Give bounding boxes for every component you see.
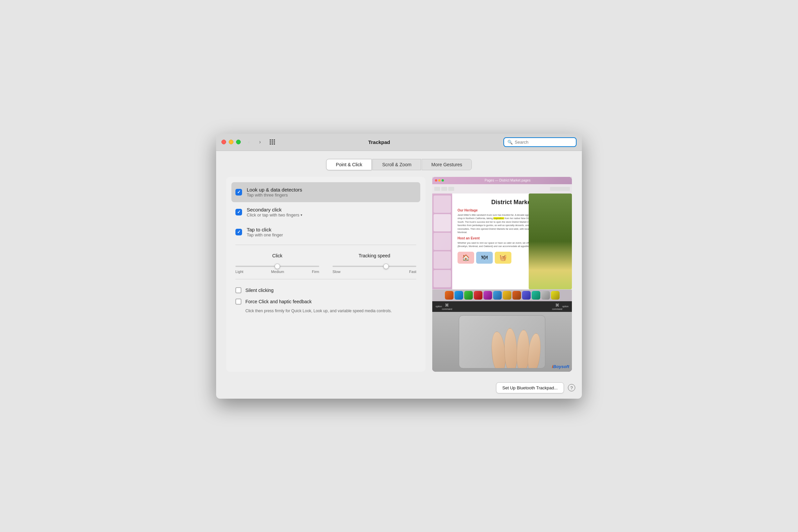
option-tap-click-title: Tap to click xyxy=(247,227,283,232)
demo-thumb-3 xyxy=(434,233,451,250)
iboysoft-text: Boysoft xyxy=(553,364,569,369)
dock-icon-1 xyxy=(445,291,454,300)
bottom-options: Silent clicking Force Click and haptic f… xyxy=(231,282,420,319)
demo-highlight: inspiration xyxy=(493,217,504,220)
demo-sidebar xyxy=(432,193,452,289)
right-panel: Pages — District Market.pages xyxy=(432,177,572,372)
search-input[interactable] xyxy=(515,140,573,145)
demo-minimize xyxy=(438,179,440,182)
demo-image: Pages — District Market.pages xyxy=(432,177,572,372)
demo-thumb-1 xyxy=(434,195,451,213)
option-lookup-text: Look up & data detectors Tap with three … xyxy=(247,187,302,197)
finger-2 xyxy=(504,328,518,368)
demo-close xyxy=(435,179,437,182)
dock-icon-2 xyxy=(455,291,463,300)
traffic-lights xyxy=(222,140,241,144)
demo-maximize xyxy=(441,179,444,182)
option-lookup-subtitle: Tap with three fingers xyxy=(247,192,302,197)
demo-traffic-lights xyxy=(435,179,444,182)
checkbox-force-click[interactable] xyxy=(235,299,241,305)
demo-keyboard: option ⌘ command ⌘ command option xyxy=(432,301,572,312)
tab-scroll-zoom[interactable]: Scroll & Zoom xyxy=(373,159,421,170)
option-secondary-click-text: Secondary click Click or tap with two fi… xyxy=(247,207,302,217)
checkbox-silent-clicking[interactable] xyxy=(235,287,241,293)
dock-icon-9 xyxy=(522,291,531,300)
key-command-right: ⌘ command xyxy=(552,303,562,310)
divider-1 xyxy=(235,245,416,245)
bluetooth-trackpad-button[interactable]: Set Up Bluetooth Trackpad... xyxy=(496,382,564,393)
dock-icon-4 xyxy=(474,291,482,300)
search-box[interactable]: 🔍 xyxy=(504,137,576,147)
demo-app-name: Pages — District Market.pages xyxy=(446,178,569,182)
back-button[interactable]: ‹ xyxy=(246,138,252,146)
option-tap-click[interactable]: ✓ Tap to click Tap with one finger xyxy=(231,222,420,242)
tracking-slider-group: Tracking speed Slow Fast xyxy=(332,253,416,274)
checkmark-secondary-click: ✓ xyxy=(237,210,241,214)
apps-grid-icon[interactable] xyxy=(270,139,275,145)
forward-button[interactable]: › xyxy=(257,138,263,146)
tracking-label-slow: Slow xyxy=(332,270,341,274)
sliders-row: Click Light Medium Firm Tracking speed xyxy=(235,253,416,274)
key-option-right: option xyxy=(562,305,569,307)
close-button[interactable] xyxy=(222,140,226,144)
option-tap-click-subtitle: Tap with one finger xyxy=(247,232,283,238)
click-label-firm: Firm xyxy=(312,270,319,274)
demo-menubar: Pages — District Market.pages xyxy=(432,177,572,184)
demo-card-house: 🏠 xyxy=(457,252,474,264)
force-click-description: Click then press firmly for Quick Look, … xyxy=(245,308,416,314)
finger-4 xyxy=(526,332,542,368)
tracking-slider-title: Tracking speed xyxy=(332,253,416,258)
click-slider-title: Click xyxy=(235,253,319,258)
tab-point-click[interactable]: Point & Click xyxy=(326,159,372,170)
dropdown-arrow-icon[interactable]: ▾ xyxy=(301,213,302,217)
sliders-section: Click Light Medium Firm Tracking speed xyxy=(231,248,420,276)
bottom-bar: Set Up Bluetooth Trackpad... ? xyxy=(216,378,582,399)
checkbox-lookup[interactable]: ✓ xyxy=(235,189,242,195)
silent-clicking-label: Silent clicking xyxy=(245,288,274,293)
demo-trackpad xyxy=(459,315,545,368)
tab-bar: Point & Click Scroll & Zoom More Gesture… xyxy=(226,159,572,170)
option-lookup[interactable]: ✓ Look up & data detectors Tap with thre… xyxy=(231,182,420,202)
option-secondary-click-title: Secondary click xyxy=(247,207,302,212)
demo-dock xyxy=(432,289,572,301)
main-content: ✓ Look up & data detectors Tap with thre… xyxy=(226,177,572,372)
dock-icon-11 xyxy=(541,291,550,300)
demo-toolbar xyxy=(432,184,572,193)
dock-icon-12 xyxy=(551,291,559,300)
dock-icon-6 xyxy=(493,291,502,300)
demo-thumb-5 xyxy=(434,270,451,287)
checkmark-lookup: ✓ xyxy=(237,190,241,194)
tab-more-gestures[interactable]: More Gestures xyxy=(422,159,472,170)
checkbox-tap-click[interactable]: ✓ xyxy=(235,229,242,235)
force-click-row[interactable]: Force Click and haptic feedback xyxy=(235,296,416,307)
left-panel: ✓ Look up & data detectors Tap with thre… xyxy=(226,177,425,372)
iboysoft-badge: iBoysoft xyxy=(552,364,569,369)
divider-2 xyxy=(235,279,416,279)
click-slider-group: Click Light Medium Firm xyxy=(235,253,319,274)
minimize-button[interactable] xyxy=(229,140,233,144)
demo-thumb-2 xyxy=(434,214,451,231)
hand-fingers xyxy=(485,315,538,368)
help-button[interactable]: ? xyxy=(568,384,575,391)
demo-trackpad-area xyxy=(432,312,572,372)
dock-icon-8 xyxy=(512,291,521,300)
demo-main-doc: District Market Our Heritage Janet Mille… xyxy=(452,193,572,289)
click-label-light: Light xyxy=(235,270,243,274)
demo-content-area: District Market Our Heritage Janet Mille… xyxy=(432,193,572,289)
maximize-button[interactable] xyxy=(236,140,241,144)
silent-clicking-row[interactable]: Silent clicking xyxy=(235,285,416,296)
click-slider-labels: Light Medium Firm xyxy=(235,270,319,274)
dock-icon-7 xyxy=(503,291,511,300)
tracking-slider-labels: Slow Fast xyxy=(332,270,416,274)
key-option-left: option xyxy=(436,305,442,307)
tracking-label-fast: Fast xyxy=(409,270,416,274)
option-tap-click-text: Tap to click Tap with one finger xyxy=(247,227,283,238)
click-slider[interactable] xyxy=(235,266,319,267)
tracking-slider[interactable] xyxy=(332,266,416,267)
option-secondary-click-subtitle: Click or tap with two fingers ▾ xyxy=(247,212,302,217)
checkbox-secondary-click[interactable]: ✓ xyxy=(235,209,242,215)
demo-veggie-image xyxy=(529,193,572,289)
option-secondary-click[interactable]: ✓ Secondary click Click or tap with two … xyxy=(231,202,420,222)
search-icon: 🔍 xyxy=(507,140,513,145)
force-click-label: Force Click and haptic feedback xyxy=(245,299,311,304)
